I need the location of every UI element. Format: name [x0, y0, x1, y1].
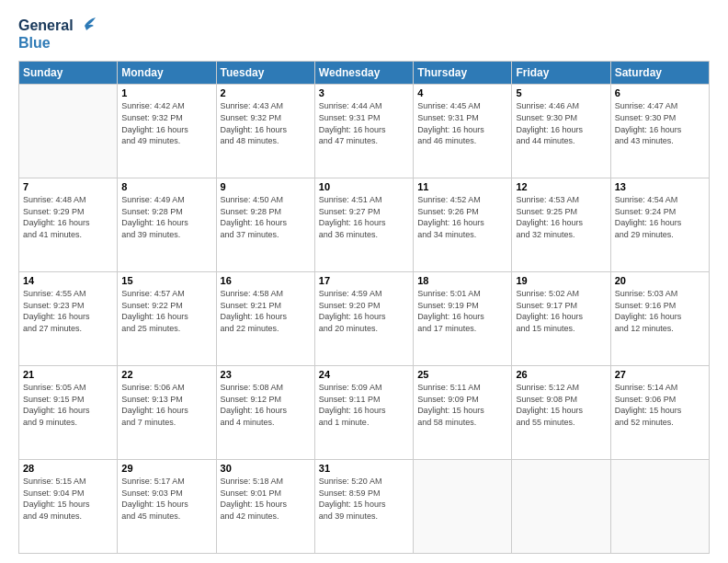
calendar-cell — [414, 460, 512, 554]
calendar-header-row: SundayMondayTuesdayWednesdayThursdayFrid… — [19, 62, 710, 85]
day-number: 3 — [319, 87, 409, 98]
day-number: 10 — [319, 181, 409, 192]
day-info: Sunrise: 4:54 AM Sunset: 9:24 PM Dayligh… — [615, 194, 705, 240]
day-info: Sunrise: 5:05 AM Sunset: 9:15 PM Dayligh… — [23, 382, 113, 428]
day-number: 2 — [221, 87, 311, 98]
column-header-thursday: Thursday — [414, 62, 512, 85]
day-number: 4 — [417, 87, 507, 98]
day-info: Sunrise: 4:59 AM Sunset: 9:20 PM Dayligh… — [319, 288, 409, 334]
column-header-wednesday: Wednesday — [314, 62, 413, 85]
calendar-cell — [610, 460, 709, 554]
calendar-cell: 28Sunrise: 5:15 AM Sunset: 9:04 PM Dayli… — [19, 460, 118, 554]
day-info: Sunrise: 5:08 AM Sunset: 9:12 PM Dayligh… — [221, 382, 311, 428]
calendar-cell: 2Sunrise: 4:43 AM Sunset: 9:32 PM Daylig… — [216, 85, 314, 178]
day-info: Sunrise: 4:49 AM Sunset: 9:28 PM Dayligh… — [121, 194, 211, 240]
day-info: Sunrise: 4:42 AM Sunset: 9:32 PM Dayligh… — [121, 100, 211, 146]
day-number: 22 — [121, 369, 211, 380]
calendar-week-row: 14Sunrise: 4:55 AM Sunset: 9:23 PM Dayli… — [19, 272, 710, 366]
day-number: 23 — [221, 369, 311, 380]
column-header-monday: Monday — [118, 62, 216, 85]
day-info: Sunrise: 4:47 AM Sunset: 9:30 PM Dayligh… — [615, 100, 705, 146]
day-number: 31 — [319, 463, 409, 474]
calendar-cell: 8Sunrise: 4:49 AM Sunset: 9:28 PM Daylig… — [118, 178, 216, 272]
day-info: Sunrise: 4:52 AM Sunset: 9:26 PM Dayligh… — [417, 194, 507, 240]
column-header-friday: Friday — [512, 62, 610, 85]
day-number: 8 — [121, 181, 211, 192]
day-number: 24 — [319, 369, 409, 380]
calendar-cell: 9Sunrise: 4:50 AM Sunset: 9:28 PM Daylig… — [216, 178, 314, 272]
day-number: 11 — [417, 181, 507, 192]
day-info: Sunrise: 4:57 AM Sunset: 9:22 PM Dayligh… — [121, 288, 211, 334]
calendar-cell: 23Sunrise: 5:08 AM Sunset: 9:12 PM Dayli… — [216, 366, 314, 460]
calendar-week-row: 7Sunrise: 4:48 AM Sunset: 9:29 PM Daylig… — [19, 178, 710, 272]
logo: General Blue — [18, 17, 96, 52]
calendar-cell: 19Sunrise: 5:02 AM Sunset: 9:17 PM Dayli… — [512, 272, 610, 366]
calendar-cell: 12Sunrise: 4:53 AM Sunset: 9:25 PM Dayli… — [512, 178, 610, 272]
day-number: 6 — [615, 87, 705, 98]
day-number: 14 — [23, 275, 113, 286]
day-number: 21 — [23, 369, 113, 380]
calendar-cell: 10Sunrise: 4:51 AM Sunset: 9:27 PM Dayli… — [314, 178, 413, 272]
day-number: 15 — [121, 275, 211, 286]
day-info: Sunrise: 4:58 AM Sunset: 9:21 PM Dayligh… — [221, 288, 311, 334]
day-info: Sunrise: 5:11 AM Sunset: 9:09 PM Dayligh… — [417, 382, 507, 428]
calendar-table: SundayMondayTuesdayWednesdayThursdayFrid… — [18, 61, 710, 554]
day-number: 13 — [615, 181, 705, 192]
calendar-cell: 6Sunrise: 4:47 AM Sunset: 9:30 PM Daylig… — [610, 85, 709, 178]
day-info: Sunrise: 5:03 AM Sunset: 9:16 PM Dayligh… — [615, 288, 705, 334]
day-number: 19 — [516, 275, 606, 286]
calendar-cell: 1Sunrise: 4:42 AM Sunset: 9:32 PM Daylig… — [118, 85, 216, 178]
day-number: 7 — [23, 181, 113, 192]
day-number: 9 — [221, 181, 311, 192]
day-info: Sunrise: 4:55 AM Sunset: 9:23 PM Dayligh… — [23, 288, 113, 334]
day-info: Sunrise: 5:20 AM Sunset: 8:59 PM Dayligh… — [319, 476, 409, 522]
day-number: 17 — [319, 275, 409, 286]
logo-wordmark: General Blue — [18, 17, 96, 52]
day-info: Sunrise: 5:12 AM Sunset: 9:08 PM Dayligh… — [516, 382, 606, 428]
day-info: Sunrise: 4:45 AM Sunset: 9:31 PM Dayligh… — [417, 100, 507, 146]
day-number: 16 — [221, 275, 311, 286]
calendar-cell: 31Sunrise: 5:20 AM Sunset: 8:59 PM Dayli… — [314, 460, 413, 554]
calendar-cell: 22Sunrise: 5:06 AM Sunset: 9:13 PM Dayli… — [118, 366, 216, 460]
calendar-cell: 25Sunrise: 5:11 AM Sunset: 9:09 PM Dayli… — [414, 366, 512, 460]
day-info: Sunrise: 5:18 AM Sunset: 9:01 PM Dayligh… — [221, 476, 311, 522]
day-number: 12 — [516, 181, 606, 192]
day-info: Sunrise: 5:17 AM Sunset: 9:03 PM Dayligh… — [121, 476, 211, 522]
calendar-cell: 20Sunrise: 5:03 AM Sunset: 9:16 PM Dayli… — [610, 272, 709, 366]
column-header-sunday: Sunday — [19, 62, 118, 85]
page: General Blue SundayMondayTuesdayWednesda… — [0, 0, 728, 563]
day-info: Sunrise: 4:43 AM Sunset: 9:32 PM Dayligh… — [221, 100, 311, 146]
day-info: Sunrise: 5:02 AM Sunset: 9:17 PM Dayligh… — [516, 288, 606, 334]
logo-general: General — [18, 17, 74, 34]
day-number: 5 — [516, 87, 606, 98]
day-info: Sunrise: 5:01 AM Sunset: 9:19 PM Dayligh… — [417, 288, 507, 334]
calendar-cell: 30Sunrise: 5:18 AM Sunset: 9:01 PM Dayli… — [216, 460, 314, 554]
calendar-week-row: 21Sunrise: 5:05 AM Sunset: 9:15 PM Dayli… — [19, 366, 710, 460]
calendar-cell: 24Sunrise: 5:09 AM Sunset: 9:11 PM Dayli… — [314, 366, 413, 460]
calendar-cell: 13Sunrise: 4:54 AM Sunset: 9:24 PM Dayli… — [610, 178, 709, 272]
day-info: Sunrise: 4:51 AM Sunset: 9:27 PM Dayligh… — [319, 194, 409, 240]
column-header-tuesday: Tuesday — [216, 62, 314, 85]
calendar-cell: 18Sunrise: 5:01 AM Sunset: 9:19 PM Dayli… — [414, 272, 512, 366]
calendar-cell: 17Sunrise: 4:59 AM Sunset: 9:20 PM Dayli… — [314, 272, 413, 366]
header: General Blue — [18, 17, 710, 52]
calendar-cell — [19, 85, 118, 178]
day-number: 29 — [121, 463, 211, 474]
day-number: 27 — [615, 369, 705, 380]
day-number: 18 — [417, 275, 507, 286]
column-header-saturday: Saturday — [610, 62, 709, 85]
day-info: Sunrise: 5:15 AM Sunset: 9:04 PM Dayligh… — [23, 476, 113, 522]
day-info: Sunrise: 5:06 AM Sunset: 9:13 PM Dayligh… — [121, 382, 211, 428]
calendar-cell: 7Sunrise: 4:48 AM Sunset: 9:29 PM Daylig… — [19, 178, 118, 272]
logo-blue: Blue — [18, 34, 51, 52]
day-info: Sunrise: 4:44 AM Sunset: 9:31 PM Dayligh… — [319, 100, 409, 146]
calendar-cell — [512, 460, 610, 554]
day-info: Sunrise: 4:46 AM Sunset: 9:30 PM Dayligh… — [516, 100, 606, 146]
calendar-cell: 15Sunrise: 4:57 AM Sunset: 9:22 PM Dayli… — [118, 272, 216, 366]
calendar-cell: 27Sunrise: 5:14 AM Sunset: 9:06 PM Dayli… — [610, 366, 709, 460]
day-number: 30 — [221, 463, 311, 474]
day-info: Sunrise: 4:50 AM Sunset: 9:28 PM Dayligh… — [221, 194, 311, 240]
day-number: 20 — [615, 275, 705, 286]
day-number: 25 — [417, 369, 507, 380]
calendar-cell: 5Sunrise: 4:46 AM Sunset: 9:30 PM Daylig… — [512, 85, 610, 178]
